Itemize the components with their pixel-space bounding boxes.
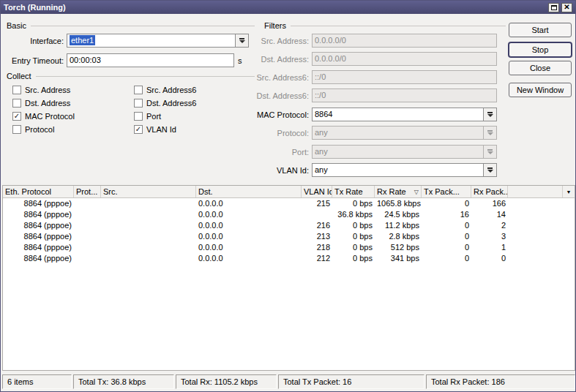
filter-field-dst-address6[interactable]: ::/0: [312, 88, 497, 102]
column-header-tx-packets[interactable]: Tx Pack...: [422, 186, 471, 197]
filter-input[interactable]: ::/0: [313, 71, 496, 83]
cell-vlan-id: 218: [302, 242, 332, 253]
start-button[interactable]: Start: [509, 23, 572, 37]
interface-input[interactable]: ether1: [67, 34, 235, 47]
minimize-button[interactable]: [548, 3, 559, 12]
checkbox-unchecked-icon[interactable]: [12, 125, 21, 134]
cell-eth-protocol: 8864 (pppoe): [3, 209, 74, 220]
collect-checkbox-protocol[interactable]: Protocol: [12, 125, 134, 134]
cell-rx-rate: 1065.8 kbps: [375, 198, 422, 209]
collect-checkbox-src-address[interactable]: Src. Address: [12, 86, 134, 94]
torch-results-table: Eth. ProtocolProt...Src.Dst.VLAN IdTx Ra…: [2, 185, 575, 371]
table-row[interactable]: 8864 (pppoe)0.0.0.02150 bps1065.8 kbps01…: [3, 198, 575, 209]
cell-dst: 0.0.0.0: [196, 209, 302, 220]
column-header-eth-protocol[interactable]: Eth. Protocol: [3, 186, 74, 197]
checkbox-unchecked-icon[interactable]: [134, 99, 143, 108]
column-header-dst[interactable]: Dst.: [196, 186, 302, 197]
table-row[interactable]: 8864 (pppoe)0.0.0.036.8 kbps24.5 kbps161…: [3, 209, 575, 220]
entry-timeout-input[interactable]: 00:00:03: [67, 54, 233, 67]
cell-dst: 0.0.0.0: [196, 242, 302, 253]
cell-tx-packets: 0: [422, 220, 471, 231]
column-header-tx-rate[interactable]: Tx Rate: [332, 186, 375, 197]
status-items: 6 items: [2, 374, 72, 389]
checkbox-unchecked-icon[interactable]: [134, 86, 143, 94]
table-row[interactable]: 8864 (pppoe)0.0.0.02160 bps11.2 kbps02: [3, 220, 575, 231]
filter-field-src-address6[interactable]: ::/0: [312, 70, 497, 84]
filter-input[interactable]: any: [313, 127, 483, 139]
filter-field-src-address[interactable]: 0.0.0.0/0: [312, 34, 497, 48]
interface-dropdown-button[interactable]: [235, 34, 248, 47]
checkbox-unchecked-icon[interactable]: [134, 112, 143, 121]
collect-checkbox-vlan-id[interactable]: ✓VLAN Id: [134, 125, 255, 134]
checkbox-checked-icon[interactable]: ✓: [12, 112, 21, 121]
new-window-button[interactable]: New Window: [509, 83, 572, 97]
close-button[interactable]: ✕: [561, 3, 572, 12]
basic-group-header: Basic: [7, 21, 255, 30]
collect-group-label: Collect: [7, 72, 31, 80]
filter-row-src-address6: Src. Address6:::/0: [255, 70, 497, 84]
cell-src: [101, 242, 196, 253]
cell-tx-packets: 0: [422, 231, 471, 242]
filter-input[interactable]: any: [313, 146, 483, 158]
checkbox-unchecked-icon[interactable]: [12, 86, 21, 94]
table-row[interactable]: 8864 (pppoe)0.0.0.02180 bps512 bps01: [3, 242, 575, 253]
filter-field-vlan-id[interactable]: any: [312, 163, 497, 177]
checkbox-unchecked-icon[interactable]: [12, 99, 21, 108]
interface-combobox[interactable]: ether1: [67, 34, 249, 48]
dropdown-button[interactable]: [483, 146, 496, 158]
table-body: 8864 (pppoe)0.0.0.02150 bps1065.8 kbps01…: [3, 198, 575, 370]
dropdown-button[interactable]: [483, 164, 496, 176]
filter-input[interactable]: any: [313, 164, 483, 176]
column-header-vlan-id[interactable]: VLAN Id: [302, 186, 332, 197]
cell-rx-rate: 512 bps: [375, 242, 422, 253]
column-header-rx-packets[interactable]: Rx Pack...: [471, 186, 508, 197]
filter-field-protocol[interactable]: any: [312, 126, 497, 140]
cell-src: [101, 209, 196, 220]
column-header-prot[interactable]: Prot...: [74, 186, 101, 197]
filter-field-dst-address[interactable]: 0.0.0.0/0: [312, 52, 497, 66]
titlebar[interactable]: Torch (Running) ✕: [1, 1, 575, 14]
collect-checkbox-port[interactable]: Port: [134, 112, 255, 121]
cell-vlan-id: 216: [302, 220, 332, 231]
cell-prot: [74, 209, 101, 220]
filter-input[interactable]: 8864: [313, 108, 483, 121]
dropdown-button[interactable]: [483, 127, 496, 139]
collect-checkbox-src-address6[interactable]: Src. Address6: [134, 86, 255, 94]
cell-dst: 0.0.0.0: [196, 253, 302, 264]
cell-tx-packets: 0: [422, 242, 471, 253]
filter-input[interactable]: ::/0: [313, 89, 496, 102]
collect-group-header: Collect: [7, 72, 255, 80]
column-selector-button[interactable]: ▼: [562, 186, 575, 197]
collect-checkbox-dst-address[interactable]: Dst. Address: [12, 99, 134, 108]
collect-checkbox-mac-protocol[interactable]: ✓MAC Protocol: [12, 112, 134, 121]
cell-tx-packets: 0: [422, 198, 471, 209]
chevron-down-icon: [239, 38, 245, 43]
dropdown-button[interactable]: [483, 108, 496, 121]
filter-input[interactable]: 0.0.0.0/0: [313, 53, 496, 65]
chevron-down-icon: [487, 130, 493, 135]
filter-row-protocol: Protocol:any: [255, 126, 497, 140]
table-row[interactable]: 8864 (pppoe)0.0.0.02130 bps2.8 kbps03: [3, 231, 575, 242]
entry-timeout-field[interactable]: 00:00:03: [67, 53, 234, 67]
status-total-rx: Total Rx: 1105.2 kbps: [176, 374, 277, 389]
cell-vlan-id: 213: [302, 231, 332, 242]
group-divider: [36, 76, 255, 77]
filter-row-src-address: Src. Address:0.0.0.0/0: [255, 34, 497, 48]
column-header-src[interactable]: Src.: [101, 186, 196, 197]
stop-button[interactable]: Stop: [509, 42, 572, 57]
column-header-rx-rate[interactable]: Rx Rate▽: [375, 186, 422, 197]
cell-dst: 0.0.0.0: [196, 198, 302, 209]
filter-input[interactable]: 0.0.0.0/0: [313, 34, 496, 47]
close-button[interactable]: Close: [509, 61, 572, 75]
cell-tx-rate: 0 bps: [332, 253, 375, 264]
table-row[interactable]: 8864 (pppoe)0.0.0.02120 bps341 bps00: [3, 253, 575, 264]
cell-rx-packets: 14: [471, 209, 508, 220]
filter-row-port: Port:any: [255, 145, 497, 159]
collect-checkbox-dst-address6[interactable]: Dst. Address6: [134, 99, 255, 108]
filter-label: Src. Address6:: [255, 73, 312, 82]
filter-label: MAC Protocol:: [255, 110, 312, 119]
filter-field-port[interactable]: any: [312, 145, 497, 159]
filter-field-mac-protocol[interactable]: 8864: [312, 108, 497, 121]
checkbox-checked-icon[interactable]: ✓: [134, 125, 143, 134]
cell-src: [101, 253, 196, 264]
